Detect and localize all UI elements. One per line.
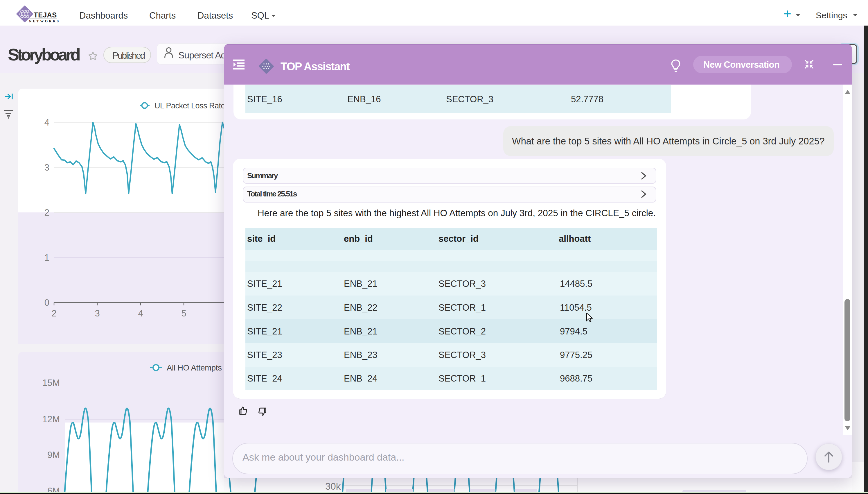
- svg-text:0: 0: [44, 298, 50, 308]
- svg-text:3: 3: [44, 163, 50, 173]
- svg-text:5: 5: [181, 308, 186, 319]
- svg-text:15M: 15M: [42, 378, 60, 388]
- svg-text:4: 4: [44, 117, 50, 128]
- svg-text:UL Packet Loss Rate: UL Packet Loss Rate: [155, 101, 224, 110]
- svg-text:12M: 12M: [42, 414, 60, 424]
- svg-text:30k: 30k: [325, 481, 341, 492]
- svg-text:4: 4: [138, 308, 143, 319]
- svg-text:2: 2: [44, 208, 50, 217]
- svg-text:3: 3: [95, 308, 100, 319]
- svg-text:2: 2: [52, 308, 56, 319]
- svg-text:9M: 9M: [47, 450, 60, 460]
- svg-text:1: 1: [44, 252, 50, 263]
- svg-text:All HO Attempts: All HO Attempts: [167, 363, 222, 372]
